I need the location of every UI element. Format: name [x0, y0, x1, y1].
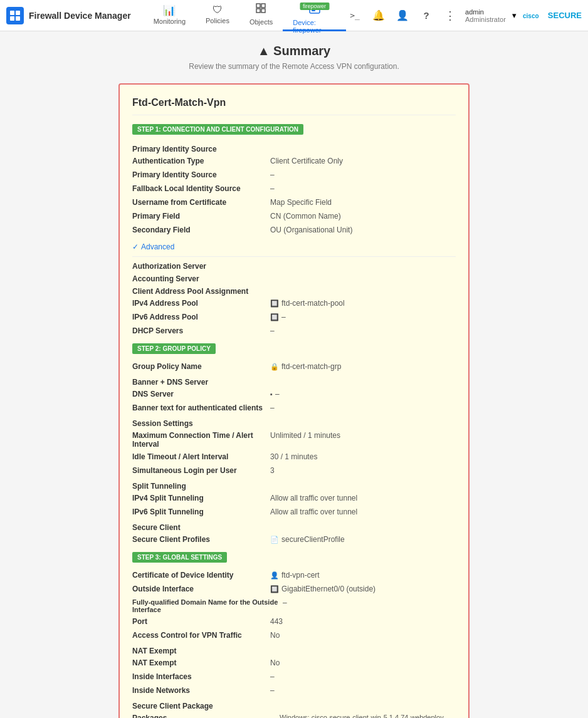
cert-icon: 👤 [270, 571, 279, 580]
max-conn-value: Unlimited / 1 minutes [270, 431, 456, 440]
banner-dns-label: Banner + DNS Server [132, 378, 456, 387]
dropdown-arrow[interactable]: ▾ [512, 11, 517, 20]
banner-text-row: Banner text for authenticated clients – [132, 402, 456, 415]
nav-item-policies[interactable]: 🛡 Policies [196, 0, 239, 31]
more-button[interactable]: ⋮ [441, 7, 459, 24]
ipv4-pool-label: IPv4 Address Pool [132, 299, 270, 308]
ipv4-pool-value: 🔲 ftd-cert-match-pool [270, 299, 456, 308]
ipv6-split-label: IPv6 Split Tunneling [132, 507, 270, 516]
main-nav: 📊 Monitoring 🛡 Policies Objects firepowe… [144, 0, 346, 31]
svg-text:cisco: cisco [523, 13, 539, 19]
monitoring-icon: 📊 [163, 4, 176, 16]
nav-objects-label: Objects [249, 18, 273, 26]
dns-icon: ▪ [270, 390, 273, 398]
banner-text-value: – [270, 403, 456, 412]
help-icon: ? [423, 10, 429, 21]
advanced-label: Advanced [141, 242, 174, 251]
notifications-button[interactable]: 🔔 [370, 7, 387, 24]
dhcp-row: DHCP Servers – [132, 325, 456, 338]
dns-server-label: DNS Server [132, 390, 270, 398]
sim-login-row: Simultaneous Login per User 3 [132, 464, 456, 478]
step3-section: STEP 3: GLOBAL SETTINGS Certificate of D… [132, 552, 456, 718]
fallback-row: Fallback Local Identity Source – [132, 182, 456, 196]
acl-vpn-row: Access Control for VPN Traffic No [132, 629, 456, 643]
fallback-value: – [270, 184, 456, 193]
group-policy-value: 🔒 ftd-cert-match-grp [270, 362, 456, 371]
svg-rect-7 [261, 9, 265, 13]
admin-info: admin Administrator [465, 8, 506, 23]
nav-policies-label: Policies [206, 17, 229, 24]
acct-server-label: Accounting Server [132, 274, 456, 283]
dns-server-value: ▪ – [270, 390, 456, 398]
port-value: 443 [270, 617, 456, 626]
ipv6-icon: 🔲 [270, 313, 279, 321]
pkg-label: Secure Client Package [132, 702, 456, 710]
idle-timeout-label: Idle Timeout / Alert Interval [132, 452, 270, 461]
svg-rect-3 [16, 16, 20, 21]
outside-iface-value: 🔲 GigabitEthernet0/0 (outside) [270, 585, 456, 593]
auth-server-label: Authorization Server [132, 262, 456, 271]
primary-id-label: Primary Identity Source [132, 170, 270, 179]
max-conn-label: Maximum Connection Time / Alert Interval [132, 431, 270, 449]
nat-exempt-value: No [270, 658, 456, 667]
ipv6-pool-label: IPv6 Address Pool [132, 313, 270, 321]
nav-item-objects[interactable]: Objects [239, 0, 283, 31]
nat-exempt-header: NAT Exempt [132, 647, 456, 655]
ipv4-split-label: IPv4 Split Tunneling [132, 494, 270, 502]
terminal-icon: >_ [350, 11, 360, 20]
packages-label: Packages [132, 714, 270, 718]
primary-field-label: Primary Field [132, 212, 270, 221]
help-button[interactable]: ? [417, 7, 435, 24]
inside-iface-value: – [270, 672, 456, 681]
admin-role: Administrator [465, 16, 506, 23]
nav-item-monitoring[interactable]: 📊 Monitoring [144, 0, 196, 31]
inside-networks-value: – [270, 686, 456, 695]
ipv4-split-value: Allow all traffic over tunnel [270, 494, 456, 502]
ipv6-split-row: IPv6 Split Tunneling Allow all traffic o… [132, 506, 456, 519]
header-actions: >_ 🔔 👤 ? ⋮ admin Administrator ▾ cisco S… [346, 7, 582, 24]
auth-type-row: Authentication Type Client Certificate O… [132, 155, 456, 169]
summary-card: Ftd-Cert-Match-Vpn STEP 1: CONNECTION AN… [118, 83, 470, 718]
app-logo-icon [6, 7, 24, 24]
banner-text-label: Banner text for authenticated clients [132, 403, 270, 412]
fqdn-row: Fully-qualified Domain Name for the Outs… [132, 596, 456, 615]
iface-icon: 🔲 [270, 585, 279, 593]
terminal-button[interactable]: >_ [346, 7, 364, 24]
idle-timeout-row: Idle Timeout / Alert Interval 30 / 1 min… [132, 450, 456, 464]
dns-server-row: DNS Server ▪ – [132, 388, 456, 402]
nav-item-device[interactable]: firepower Device: firepower [283, 0, 346, 31]
primary-field-value: CN (Common Name) [270, 212, 456, 221]
user-button[interactable]: 👤 [394, 7, 411, 24]
ipv4-pool-row: IPv4 Address Pool 🔲 ftd-cert-match-pool [132, 297, 456, 311]
nat-exempt-label: NAT Exempt [132, 658, 270, 667]
fqdn-label: Fully-qualified Domain Name for the Outs… [132, 598, 283, 613]
packages-row: Packages 🖥 Windows: cisco-secure-client-… [132, 712, 456, 718]
session-label: Session Settings [132, 419, 456, 428]
client-addr-label: Client Address Pool Assignment [132, 287, 456, 296]
cert-identity-value: 👤 ftd-vpn-cert [270, 571, 456, 580]
inside-iface-row: Inside Interfaces – [132, 670, 456, 684]
policies-icon: 🛡 [213, 4, 223, 16]
acl-vpn-value: No [270, 631, 456, 640]
fallback-label: Fallback Local Identity Source [132, 184, 270, 193]
port-row: Port 443 [132, 615, 456, 629]
dhcp-label: DHCP Servers [132, 326, 270, 335]
checkmark-icon: ✓ [132, 242, 139, 251]
group-icon: 🔒 [270, 363, 279, 371]
profile-icon: 📄 [270, 536, 279, 544]
step2-badge: STEP 2: GROUP POLICY [132, 343, 216, 354]
packages-value: 🖥 Windows: cisco-secure-client-win-5.1.4… [270, 714, 456, 718]
device-badge: firepower [300, 3, 329, 10]
advanced-toggle[interactable]: ✓ Advanced [132, 242, 456, 251]
sim-login-label: Simultaneous Login per User [132, 466, 270, 475]
username-cert-value: Map Specific Field [270, 198, 456, 207]
svg-rect-6 [256, 9, 260, 13]
outside-iface-label: Outside Interface [132, 585, 270, 593]
pool-icon: 🔲 [270, 299, 279, 308]
cisco-logo: cisco SECURE [523, 9, 582, 22]
user-icon: 👤 [396, 9, 409, 21]
step2-section: STEP 2: GROUP POLICY Group Policy Name 🔒… [132, 343, 456, 547]
outside-iface-row: Outside Interface 🔲 GigabitEthernet0/0 (… [132, 583, 456, 596]
ipv6-split-value: Allow all traffic over tunnel [270, 507, 456, 516]
primary-id-value: – [270, 170, 456, 179]
